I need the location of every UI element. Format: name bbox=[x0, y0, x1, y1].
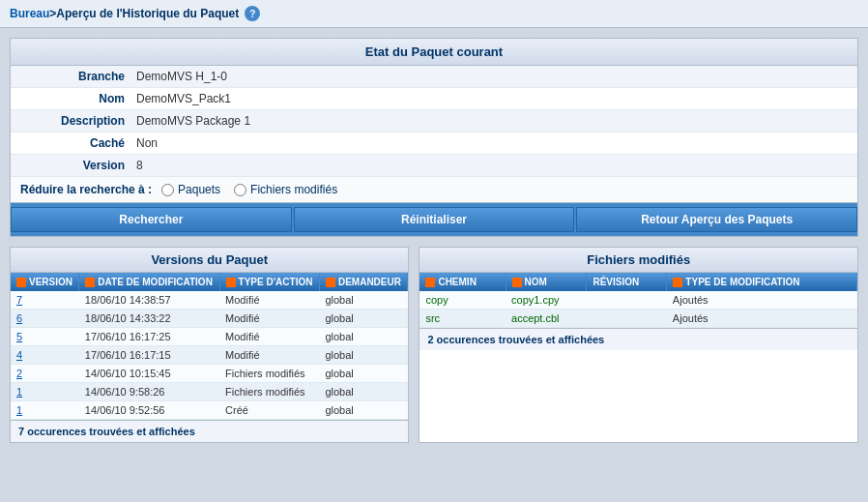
cell-date: 14/06/10 9:58:26 bbox=[79, 383, 219, 401]
version-link[interactable]: 5 bbox=[16, 331, 22, 342]
cell-type: Modifié bbox=[219, 310, 319, 328]
cell-type: Modifié bbox=[219, 291, 319, 310]
radio-paquets-input[interactable] bbox=[161, 184, 174, 196]
label-branche: Branche bbox=[20, 70, 136, 83]
cell-requestor: global bbox=[319, 383, 407, 401]
cell-date: 18/06/10 14:33:22 bbox=[79, 310, 219, 328]
value-branche: DemoMVS H_1-0 bbox=[136, 70, 227, 83]
search-button[interactable]: Rechercher bbox=[11, 207, 292, 232]
table-row: 4 17/06/10 16:17:15 Modifié global bbox=[11, 346, 408, 365]
button-row: Rechercher Réinitialiser Retour Aperçu d… bbox=[11, 203, 857, 236]
info-panel-title: Etat du Paquet courant bbox=[11, 39, 857, 66]
table-row: 6 18/06/10 14:33:22 Modifié global bbox=[11, 310, 408, 328]
cell-date: 14/06/10 10:15:45 bbox=[79, 365, 219, 383]
files-table: Chemin Nom Révision Type de modification… bbox=[420, 273, 857, 328]
versions-panel-title: Versions du Paquet bbox=[11, 248, 408, 273]
top-bar: Bureau>Aperçu de l'Historique du Paquet … bbox=[0, 0, 868, 28]
breadcrumb-part1[interactable]: Bureau bbox=[10, 7, 49, 20]
radio-group: Paquets Fichiers modifiés bbox=[161, 183, 337, 196]
breadcrumb-part2: Aperçu de l'Historique du Paquet bbox=[56, 7, 239, 20]
cell-type: Fichiers modifiés bbox=[219, 383, 319, 401]
radio-paquets-label: Paquets bbox=[178, 183, 220, 196]
version-link[interactable]: 1 bbox=[16, 386, 22, 398]
cell-version: 1 bbox=[11, 383, 79, 401]
back-button[interactable]: Retour Aperçu des Paquets bbox=[576, 207, 857, 232]
label-nom: Nom bbox=[20, 92, 136, 105]
value-nom: DemoMVS_Pack1 bbox=[136, 92, 231, 105]
th-requestor: Demandeur bbox=[319, 273, 407, 291]
cell-requestor: global bbox=[319, 346, 407, 365]
th-type: Type d'action bbox=[219, 273, 319, 291]
info-row-version: Version 8 bbox=[11, 155, 857, 177]
value-description: DemoMVS Package 1 bbox=[136, 114, 250, 128]
table-row: 5 17/06/10 16:17:25 Modifié global bbox=[11, 328, 408, 346]
filter-label: Réduire la recherche à : bbox=[20, 183, 152, 196]
table-row: 2 14/06/10 10:15:45 Fichiers modifiés gl… bbox=[11, 365, 408, 383]
label-description: Description bbox=[20, 114, 136, 128]
cell-date: 14/06/10 9:52:56 bbox=[79, 401, 219, 420]
sort-icon-nom bbox=[512, 278, 522, 287]
versions-footer: 7 occurences trouvées et affichées bbox=[11, 420, 408, 442]
cell-path: src bbox=[420, 310, 506, 328]
versions-table: Version Date de modification Type d'acti… bbox=[11, 273, 408, 420]
cell-version: 1 bbox=[11, 401, 79, 420]
cell-date: 17/06/10 16:17:25 bbox=[79, 328, 219, 346]
th-revision: Révision bbox=[587, 273, 667, 291]
th-type-mod: Type de modification bbox=[667, 273, 857, 291]
sort-icon-date bbox=[85, 278, 95, 287]
main-content: Etat du Paquet courant Branche DemoMVS H… bbox=[0, 28, 868, 453]
sort-icon-type bbox=[226, 278, 236, 287]
cell-requestor: global bbox=[319, 401, 407, 420]
cell-version: 5 bbox=[11, 328, 79, 346]
cell-revision bbox=[587, 310, 667, 328]
table-row: 1 14/06/10 9:58:26 Fichiers modifiés glo… bbox=[11, 383, 408, 401]
info-row-description: Description DemoMVS Package 1 bbox=[11, 110, 857, 133]
version-link[interactable]: 1 bbox=[16, 404, 22, 416]
cell-name: copy1.cpy bbox=[506, 291, 587, 310]
cell-requestor: global bbox=[319, 328, 407, 346]
info-row-nom: Nom DemoMVS_Pack1 bbox=[11, 88, 857, 110]
table-row: 7 18/06/10 14:38:57 Modifié global bbox=[11, 291, 408, 310]
cell-date: 17/06/10 16:17:15 bbox=[79, 346, 219, 365]
cell-type: Fichiers modifiés bbox=[219, 365, 319, 383]
version-link[interactable]: 7 bbox=[16, 294, 22, 306]
cell-version: 2 bbox=[11, 365, 79, 383]
cell-requestor: global bbox=[319, 310, 407, 328]
version-link[interactable]: 4 bbox=[16, 349, 22, 361]
cell-date: 18/06/10 14:38:57 bbox=[79, 291, 219, 310]
sort-icon-requestor bbox=[326, 278, 335, 287]
label-version: Version bbox=[20, 159, 136, 172]
files-footer: 2 occurences trouvées et affichées bbox=[420, 328, 857, 350]
radio-fichiers[interactable]: Fichiers modifiés bbox=[234, 183, 337, 196]
cell-version: 6 bbox=[11, 310, 79, 328]
sort-icon-version bbox=[16, 278, 26, 287]
files-panel-title: Fichiers modifiés bbox=[420, 248, 857, 273]
sort-icon-chemin bbox=[425, 278, 435, 287]
radio-fichiers-input[interactable] bbox=[234, 184, 246, 196]
th-nom: Nom bbox=[506, 273, 587, 291]
radio-fichiers-label: Fichiers modifiés bbox=[250, 183, 337, 196]
radio-paquets[interactable]: Paquets bbox=[161, 183, 220, 196]
cell-type-mod: Ajoutés bbox=[667, 291, 857, 310]
breadcrumb: Bureau>Aperçu de l'Historique du Paquet bbox=[10, 7, 239, 20]
cell-path: copy bbox=[420, 291, 506, 310]
sort-icon-type-mod bbox=[673, 278, 682, 287]
reset-button[interactable]: Réinitialiser bbox=[294, 207, 575, 232]
th-chemin: Chemin bbox=[420, 273, 506, 291]
versions-header-row: Version Date de modification Type d'acti… bbox=[11, 273, 408, 291]
info-row-cache: Caché Non bbox=[11, 133, 857, 155]
table-row: copy copy1.cpy Ajoutés bbox=[420, 291, 856, 310]
files-header-row: Chemin Nom Révision Type de modification bbox=[420, 273, 856, 291]
table-row: 1 14/06/10 9:52:56 Créé global bbox=[11, 401, 408, 420]
th-date: Date de modification bbox=[79, 273, 219, 291]
cell-requestor: global bbox=[319, 365, 407, 383]
label-cache: Caché bbox=[20, 136, 136, 150]
tables-section: Versions du Paquet Version Date de modif… bbox=[10, 247, 858, 443]
cell-type: Modifié bbox=[219, 328, 319, 346]
info-panel: Etat du Paquet courant Branche DemoMVS H… bbox=[10, 38, 858, 237]
help-icon[interactable]: ? bbox=[245, 6, 260, 21]
version-link[interactable]: 6 bbox=[16, 312, 22, 324]
value-version: 8 bbox=[136, 159, 143, 172]
cell-name: accept.cbl bbox=[506, 310, 587, 328]
version-link[interactable]: 2 bbox=[16, 368, 22, 379]
